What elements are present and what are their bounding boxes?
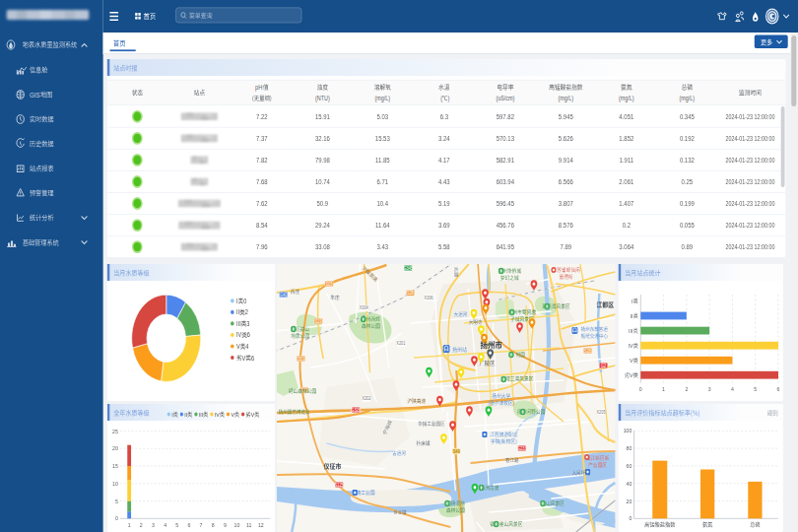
svg-text:80: 80 [627,444,632,450]
svg-text:2: 2 [686,386,689,392]
svg-text:2024-01-23 12:00:00: 2024-01-23 12:00:00 [726,157,776,163]
svg-text:3: 3 [246,319,250,327]
svg-text:0.132: 0.132 [680,156,695,164]
svg-text:5.626: 5.626 [559,134,573,142]
svg-text:V: V [236,343,241,351]
svg-text:3.24: 3.24 [438,134,450,142]
svg-text:5.58: 5.58 [438,243,450,251]
svg-text:7.68: 7.68 [256,177,268,185]
svg-text:4.051: 4.051 [620,112,634,120]
svg-text:II: II [631,312,633,318]
svg-text:6.71: 6.71 [377,177,389,185]
svg-text:GIS: GIS [30,91,40,99]
svg-text:7.82: 7.82 [256,156,268,164]
svg-text:III: III [236,319,241,327]
svg-text:79.98: 79.98 [315,156,330,164]
svg-text:0.89: 0.89 [682,243,694,251]
svg-text:25: 25 [112,428,118,433]
svg-text:0: 0 [115,515,118,521]
svg-text:6: 6 [251,354,255,362]
svg-text:603.94: 603.94 [497,177,515,185]
svg-text:6.566: 6.566 [559,177,573,185]
svg-text:570.13: 570.13 [497,134,515,142]
svg-text:III: III [199,411,204,417]
svg-text:S125: S125 [335,482,345,487]
svg-text:4: 4 [245,343,249,351]
svg-text:5.03: 5.03 [377,112,389,120]
svg-text:3: 3 [152,521,155,527]
svg-text:X201: X201 [396,341,406,346]
svg-text:10: 10 [112,480,118,486]
svg-text:(: ( [499,438,501,444]
svg-text:7.62: 7.62 [256,199,268,207]
svg-text:15.53: 15.53 [375,134,390,142]
svg-text:2024-01-23 12:00:00: 2024-01-23 12:00:00 [726,135,776,141]
svg-text:X304: X304 [360,305,369,310]
svg-text:6: 6 [188,521,191,527]
svg-text:V: V [630,358,633,364]
svg-text:456.76: 456.76 [497,222,515,230]
svg-text:I: I [236,297,238,304]
svg-text:V: V [232,411,235,417]
svg-text:4.43: 4.43 [438,177,450,185]
svg-text:IV: IV [629,343,633,349]
svg-text:IV: IV [215,411,220,417]
svg-text:2: 2 [245,308,249,316]
svg-text:G328: G328 [351,407,361,412]
svg-text:V: V [242,354,247,362]
svg-text:12: 12 [258,521,264,527]
svg-text:7.22: 7.22 [256,112,268,120]
svg-text:G2: G2 [601,363,607,367]
svg-text:60: 60 [627,462,632,468]
svg-text:): ) [513,400,515,406]
svg-text:): ) [515,438,517,444]
svg-text:G40: G40 [280,292,288,297]
svg-text:G345: G345 [404,265,414,270]
svg-text:0.345: 0.345 [680,112,695,120]
svg-text:11.85: 11.85 [375,156,390,164]
svg-text:3.43: 3.43 [377,243,389,251]
svg-text:9.914: 9.914 [559,156,573,164]
svg-text:6: 6 [777,386,780,392]
svg-text:0.199: 0.199 [680,199,695,207]
svg-text:0.2: 0.2 [623,222,632,230]
svg-text:641.95: 641.95 [497,243,515,251]
svg-text:5: 5 [115,498,118,503]
svg-text:10: 10 [234,521,240,527]
svg-text:5.19: 5.19 [438,199,450,207]
svg-text:2024-01-23 12:00:00: 2024-01-23 12:00:00 [726,200,776,206]
svg-text:3.69: 3.69 [438,222,450,230]
svg-text:2: 2 [140,521,143,527]
svg-text:II: II [184,411,187,417]
svg-text:X306: X306 [424,296,433,300]
svg-text:X202: X202 [362,396,371,401]
svg-text:(mg/L): (mg/L) [619,96,634,101]
svg-text:2024-01-23 12:00:00: 2024-01-23 12:00:00 [726,113,776,119]
svg-text:S28: S28 [407,291,414,296]
svg-text:582.91: 582.91 [497,156,515,164]
svg-text:596.45: 596.45 [497,199,515,207]
svg-text:5: 5 [175,521,178,527]
svg-text:6: 6 [247,331,251,339]
svg-text:0.25: 0.25 [682,177,694,185]
svg-text:11.64: 11.64 [375,222,390,230]
svg-text:29.24: 29.24 [315,222,330,230]
svg-text:): ) [448,96,450,101]
svg-text:3: 3 [708,386,711,392]
svg-text:V: V [630,372,633,378]
svg-text:2024-01-23 12:00:00: 2024-01-23 12:00:00 [726,243,776,249]
svg-text:7.89: 7.89 [561,243,572,251]
svg-text:S05: S05 [326,281,333,286]
svg-text:1: 1 [662,386,665,392]
svg-text:597.82: 597.82 [497,112,515,120]
svg-text:1.852: 1.852 [620,134,634,142]
svg-text:5.945: 5.945 [559,112,573,120]
svg-text:6.3: 6.3 [440,112,449,120]
svg-text:3.807: 3.807 [559,199,573,207]
svg-text:4.17: 4.17 [438,156,450,164]
svg-text:I: I [171,411,173,417]
svg-text:20: 20 [112,445,118,451]
svg-text:2024-01-23 12:00:00: 2024-01-23 12:00:00 [726,178,776,184]
svg-text:1.911: 1.911 [620,156,634,164]
svg-text:4: 4 [164,521,167,527]
